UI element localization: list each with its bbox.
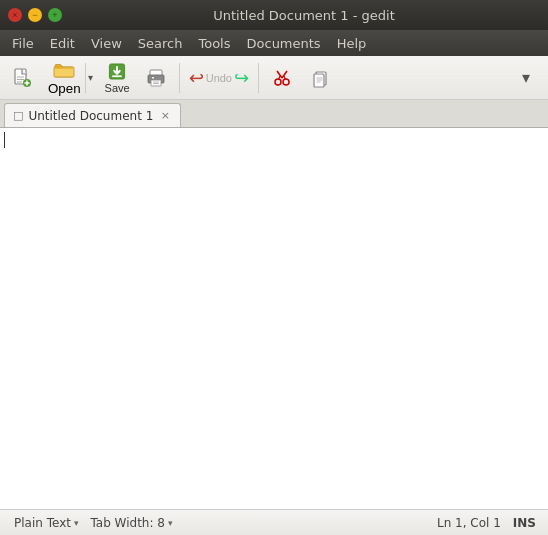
toolbar-separator-2 <box>318 66 319 94</box>
svg-rect-4 <box>28 84 36 88</box>
save-label: Save <box>130 84 155 96</box>
new-button[interactable] <box>4 62 46 98</box>
copy-icon <box>368 69 390 91</box>
more-icon <box>515 69 537 91</box>
svg-marker-6 <box>139 66 148 72</box>
status-bar: Plain Text ▾ Tab Width: 8 ▾ Ln 1, Col 1 … <box>0 509 548 535</box>
tab-bar: Untitled Document 1 × <box>0 102 548 132</box>
tab-document-icon <box>15 111 29 127</box>
open-folder-icon <box>52 69 74 91</box>
tab-width-arrow-icon: ▾ <box>166 518 171 528</box>
window-title: Untitled Document 1 - gedit <box>68 8 540 22</box>
text-cursor <box>6 138 8 154</box>
svg-marker-20 <box>522 77 530 83</box>
tab-width-selector[interactable]: Tab Width: 8 ▾ <box>83 514 176 532</box>
print-button[interactable] <box>166 62 202 98</box>
close-button[interactable] <box>8 8 22 22</box>
redo-button[interactable] <box>278 62 314 98</box>
svg-rect-10 <box>179 82 189 88</box>
open-label[interactable]: Open <box>78 62 107 98</box>
svg-rect-9 <box>179 73 189 78</box>
status-left: Plain Text ▾ Tab Width: 8 ▾ <box>8 514 177 532</box>
document-tab[interactable]: Untitled Document 1 × <box>4 106 191 132</box>
cut-icon <box>330 69 352 91</box>
menu-edit[interactable]: Edit <box>42 33 83 56</box>
menu-search[interactable]: Search <box>130 33 191 56</box>
cut-button[interactable] <box>323 62 359 98</box>
copy-button[interactable] <box>361 62 397 98</box>
toolbar-separator-1 <box>206 66 207 94</box>
language-arrow-icon: ▾ <box>73 518 78 528</box>
toolbar: Open ▾ Save Undo <box>0 58 548 102</box>
menu-documents[interactable]: Documents <box>239 33 329 56</box>
redo-icon <box>285 69 307 91</box>
undo-label: Undo <box>239 72 270 87</box>
language-label: Plain Text <box>14 516 71 530</box>
editor-area[interactable] <box>0 132 548 509</box>
insert-mode: INS <box>517 516 540 530</box>
tab-width-label: Tab Width: 8 <box>89 516 163 530</box>
title-bar: Untitled Document 1 - gedit <box>0 0 548 30</box>
undo-icon <box>217 70 237 90</box>
open-dropdown-button[interactable]: ▾ <box>107 62 120 98</box>
minimize-button[interactable] <box>28 8 42 22</box>
menu-help[interactable]: Help <box>329 33 375 56</box>
print-icon <box>173 69 195 91</box>
svg-point-11 <box>188 78 190 80</box>
menu-view[interactable]: View <box>83 33 130 56</box>
tab-label: Untitled Document 1 <box>35 112 160 126</box>
new-file-icon <box>10 65 40 95</box>
language-selector[interactable]: Plain Text ▾ <box>8 514 83 532</box>
svg-rect-7 <box>141 72 144 76</box>
cursor-position: Ln 1, Col 1 <box>437 516 501 530</box>
menu-bar: File Edit View Search Tools Documents He… <box>0 30 548 58</box>
more-button[interactable] <box>508 62 544 98</box>
maximize-button[interactable] <box>48 8 62 22</box>
svg-point-16 <box>333 82 339 88</box>
open-button-group: Open ▾ <box>48 62 120 98</box>
menu-file[interactable]: File <box>4 33 42 56</box>
menu-tools[interactable]: Tools <box>190 33 238 56</box>
tab-close-button[interactable]: × <box>166 113 180 125</box>
svg-point-17 <box>343 82 349 88</box>
save-button[interactable]: Save <box>122 62 164 98</box>
dropdown-arrow-icon: ▾ <box>111 74 116 85</box>
open-button[interactable] <box>48 62 78 98</box>
svg-rect-19 <box>375 72 386 85</box>
status-right: Ln 1, Col 1 INS <box>437 516 540 530</box>
undo-button[interactable]: Undo <box>211 62 276 98</box>
save-icon <box>132 64 154 83</box>
